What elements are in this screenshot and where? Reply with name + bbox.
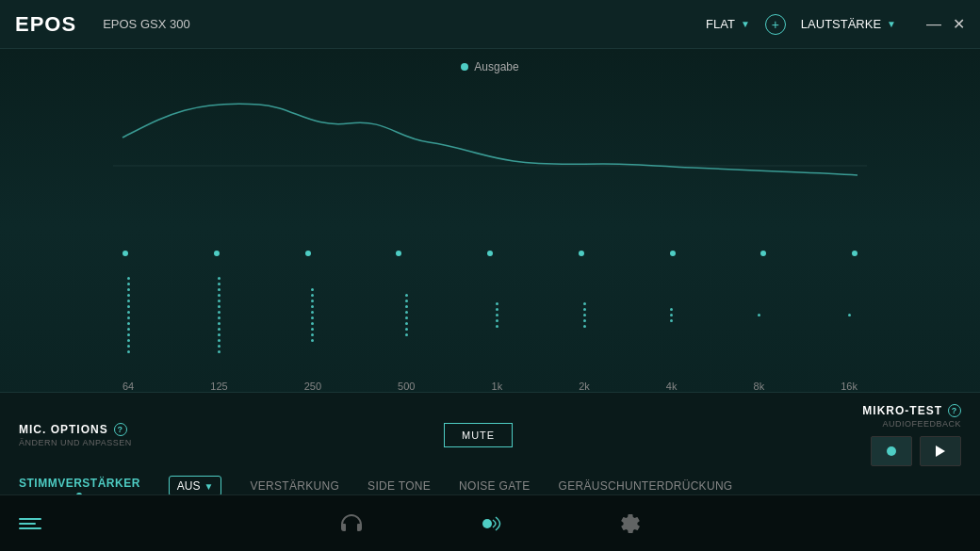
- eq-band-16k[interactable]: 16k: [841, 258, 858, 392]
- band-label-250: 250: [304, 381, 321, 392]
- mic-options-subtitle: ÄNDERN UND ANPASSEN: [19, 438, 132, 447]
- footer-logo-lines: [19, 518, 41, 529]
- band-label-4k: 4k: [666, 381, 678, 392]
- band-bar-250: [311, 258, 314, 371]
- band-bar-8k: [758, 258, 760, 371]
- eq-bands: 64: [113, 258, 867, 392]
- footer: [0, 494, 980, 551]
- aus-value: AUS: [177, 479, 201, 493]
- mikro-test-subtitle: AUDIOFEEDBACK: [882, 419, 961, 429]
- eq-dot-5[interactable]: [487, 251, 493, 256]
- close-button[interactable]: ✕: [953, 17, 965, 32]
- eq-band-2k[interactable]: 2k: [579, 258, 590, 392]
- band-label-1k: 1k: [492, 381, 503, 392]
- mikro-test-help[interactable]: ?: [948, 404, 961, 417]
- mic-menu-gerausch[interactable]: GERÄUSCHUNTERDRÜCKUNG: [559, 479, 733, 493]
- eq-preset-arrow: ▼: [741, 19, 750, 29]
- eq-dot-7[interactable]: [670, 251, 676, 256]
- eq-preset-selector[interactable]: FLAT ▼: [706, 17, 750, 31]
- eq-band-125[interactable]: 125: [210, 258, 227, 392]
- eq-band-8k[interactable]: 8k: [754, 258, 765, 392]
- volume-arrow: ▼: [887, 19, 896, 29]
- volume-label-text: LAUTSTÄRKE: [801, 17, 881, 31]
- band-bar-500: [405, 258, 408, 371]
- aus-select[interactable]: AUS ▼: [169, 476, 222, 496]
- eq-area: Ausgabe: [0, 49, 980, 392]
- main-content: Ausgabe: [0, 49, 980, 494]
- band-bar-2k: [583, 258, 586, 371]
- eq-band-500[interactable]: 500: [398, 258, 415, 392]
- eq-dot-6[interactable]: [579, 251, 584, 256]
- eq-graph: [113, 81, 867, 251]
- band-label-500: 500: [398, 381, 415, 392]
- footer-settings[interactable]: [619, 512, 642, 535]
- header-right: FLAT ▼ + LAUTSTÄRKE ▼ — ✕: [706, 14, 965, 35]
- volume-selector[interactable]: LAUTSTÄRKE ▼: [801, 17, 896, 31]
- eq-dot-9[interactable]: [852, 251, 858, 256]
- header: EPOS EPOS GSX 300 FLAT ▼ + LAUTSTÄRKE ▼ …: [0, 0, 980, 49]
- eq-dot-4[interactable]: [396, 251, 401, 256]
- eq-dot-3[interactable]: [305, 251, 311, 256]
- mic-menu-noisegate[interactable]: NOISE GATE: [459, 479, 530, 493]
- logo-line-1: [19, 518, 41, 520]
- mic-options-label: MIC. OPTIONS: [19, 423, 108, 436]
- eq-dot-1[interactable]: [122, 251, 128, 256]
- logo-line-2: [19, 523, 36, 525]
- footer-speaker[interactable]: [478, 511, 506, 536]
- svg-point-1: [482, 519, 492, 528]
- eq-dot-2[interactable]: [214, 251, 220, 256]
- logo: EPOS: [15, 12, 76, 37]
- band-label-8k: 8k: [754, 381, 765, 392]
- band-bar-64: [127, 258, 130, 371]
- ausgabe-dot: [461, 63, 468, 71]
- mic-section: MIC. OPTIONS ? ÄNDERN UND ANPASSEN MUTE …: [19, 404, 961, 466]
- band-label-64: 64: [122, 381, 134, 392]
- record-button[interactable]: [871, 436, 912, 466]
- ausgabe-label: Ausgabe: [474, 60, 518, 73]
- headphones-icon: [338, 512, 365, 535]
- minimize-button[interactable]: —: [926, 17, 941, 32]
- bottom-panel: MIC. OPTIONS ? ÄNDERN UND ANPASSEN MUTE …: [0, 392, 980, 510]
- mute-button[interactable]: MUTE: [444, 423, 513, 447]
- speaker-icon: [478, 511, 506, 536]
- eq-band-4k[interactable]: 4k: [666, 258, 678, 392]
- mic-menu-sidetone[interactable]: SIDE TONE: [368, 479, 431, 493]
- add-preset-button[interactable]: +: [765, 14, 786, 35]
- eq-dots-line: [113, 251, 867, 256]
- mic-menu-verstarkung[interactable]: VERSTÄRKUNG: [250, 479, 339, 493]
- band-bar-125: [218, 258, 220, 371]
- band-label-125: 125: [210, 381, 227, 392]
- eq-band-1k[interactable]: 1k: [492, 258, 503, 392]
- mikro-test-controls: [871, 436, 961, 466]
- eq-curve-svg: [113, 81, 867, 251]
- play-icon: [936, 446, 945, 457]
- band-bar-4k: [670, 258, 673, 371]
- mic-options-title: MIC. OPTIONS ?: [19, 423, 132, 436]
- band-bar-1k: [496, 258, 498, 371]
- mikro-test-title: MIKRO-TEST ?: [862, 404, 961, 417]
- eq-preset-label: FLAT: [706, 17, 735, 31]
- mikro-test-label: MIKRO-TEST: [862, 404, 942, 417]
- record-icon: [887, 446, 896, 456]
- band-bar-16k: [848, 258, 851, 371]
- eq-band-64[interactable]: 64: [122, 258, 134, 392]
- eq-band-250[interactable]: 250: [304, 258, 321, 392]
- footer-logo: [19, 518, 41, 529]
- mikro-test: MIKRO-TEST ? AUDIOFEEDBACK: [862, 404, 961, 466]
- window-controls: — ✕: [926, 17, 965, 32]
- footer-headphones[interactable]: [338, 512, 365, 535]
- band-label-16k: 16k: [841, 381, 858, 392]
- ausgabe-indicator: Ausgabe: [461, 60, 518, 73]
- aus-dropdown-arrow: ▼: [204, 481, 214, 492]
- logo-line-3: [19, 527, 41, 529]
- mic-options-help[interactable]: ?: [114, 423, 127, 436]
- eq-dot-8[interactable]: [760, 251, 766, 256]
- gear-icon: [619, 512, 642, 535]
- device-name: EPOS GSX 300: [103, 17, 190, 31]
- play-button[interactable]: [920, 436, 961, 466]
- stimmverstarker-label[interactable]: STIMMVERSTÄRKER: [19, 477, 140, 490]
- mic-options: MIC. OPTIONS ? ÄNDERN UND ANPASSEN: [19, 423, 132, 447]
- band-label-2k: 2k: [579, 381, 590, 392]
